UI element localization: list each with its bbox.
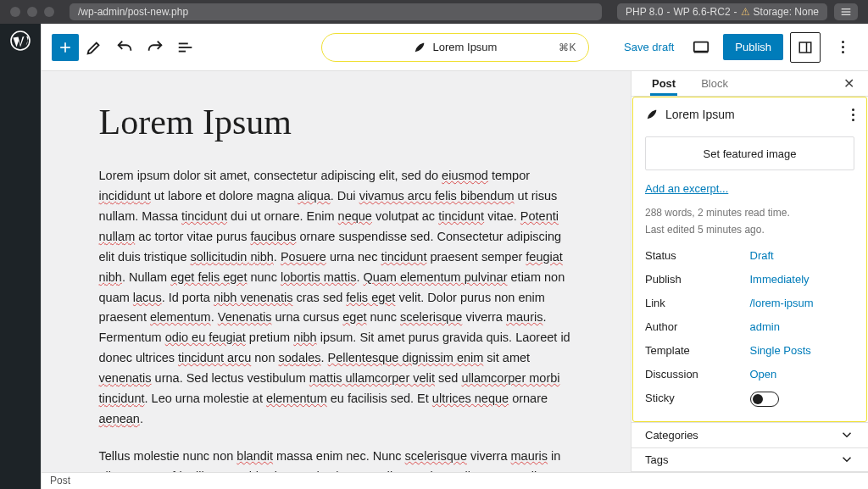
wp-admin-sidebar bbox=[0, 24, 41, 489]
last-edited-text: Last edited 5 minutes ago. bbox=[645, 222, 854, 237]
link-value[interactable]: /lorem-ipsum bbox=[750, 297, 855, 309]
editor-toolbar: Lorem Ipsum ⌘K Save draft Publish bbox=[42, 24, 868, 71]
sticky-toggle[interactable] bbox=[750, 392, 855, 409]
sticky-label: Sticky bbox=[645, 392, 750, 409]
editor-canvas[interactable]: Lorem Ipsum Lorem ipsum dolor sit amet, … bbox=[42, 71, 631, 472]
post-paragraph[interactable]: Tellus molestie nunc non blandit massa e… bbox=[99, 447, 574, 472]
document-title-text: Lorem Ipsum bbox=[433, 41, 498, 53]
close-sidebar-icon[interactable]: ✕ bbox=[843, 75, 854, 92]
redo-icon[interactable] bbox=[140, 32, 170, 63]
svg-rect-11 bbox=[799, 42, 811, 53]
template-value[interactable]: Single Posts bbox=[750, 344, 855, 357]
svg-point-3 bbox=[11, 31, 30, 50]
discussion-value[interactable]: Open bbox=[750, 368, 855, 381]
summary-more-button[interactable] bbox=[852, 108, 854, 121]
insert-block-button[interactable] bbox=[52, 34, 79, 61]
minimize-window-icon[interactable] bbox=[27, 7, 37, 17]
browser-menu-button[interactable] bbox=[834, 3, 858, 20]
status-label: Status bbox=[645, 249, 750, 262]
status-value[interactable]: Draft bbox=[750, 249, 855, 262]
chevron-down-icon bbox=[839, 452, 854, 467]
template-label: Template bbox=[645, 344, 750, 357]
summary-title: Lorem Ipsum bbox=[665, 108, 735, 121]
settings-sidebar: Post Block ✕ Lorem Ipsum Set featur bbox=[631, 71, 868, 472]
author-label: Author bbox=[645, 320, 750, 333]
edit-tool-icon[interactable] bbox=[79, 32, 109, 63]
feather-icon bbox=[645, 108, 659, 121]
post-meta-table: Status Draft Publish Immediately Link /l… bbox=[645, 249, 854, 409]
stats-text: 288 words, 2 minutes read time. bbox=[645, 205, 854, 220]
post-summary-card: Lorem Ipsum Set featured image Add an ex… bbox=[632, 97, 867, 422]
accordion-tags[interactable]: Tags bbox=[632, 447, 868, 473]
link-label: Link bbox=[645, 297, 750, 309]
settings-sidebar-toggle[interactable] bbox=[790, 32, 821, 63]
accordion-label: Categories bbox=[645, 429, 698, 442]
chevron-down-icon bbox=[839, 427, 854, 442]
shortcut-hint: ⌘K bbox=[559, 42, 576, 53]
accordion-label: Tags bbox=[645, 453, 668, 466]
traffic-lights bbox=[10, 7, 54, 17]
set-featured-image-button[interactable]: Set featured image bbox=[645, 136, 854, 170]
svg-rect-9 bbox=[694, 42, 709, 51]
storage-info: Storage: None bbox=[754, 6, 819, 18]
document-overview-icon[interactable] bbox=[170, 32, 201, 63]
document-title-pill[interactable]: Lorem Ipsum ⌘K bbox=[321, 33, 589, 62]
post-title[interactable]: Lorem Ipsum bbox=[99, 102, 574, 142]
maximize-window-icon[interactable] bbox=[44, 7, 54, 17]
publish-label: Publish bbox=[645, 273, 750, 286]
tab-post[interactable]: Post bbox=[645, 71, 682, 96]
close-window-icon[interactable] bbox=[10, 7, 20, 17]
breadcrumb-item[interactable]: Post bbox=[50, 475, 70, 486]
window-chrome: /wp-admin/post-new.php PHP 8.0 - WP 6.6-… bbox=[0, 0, 868, 24]
php-version: PHP 8.0 bbox=[626, 6, 663, 18]
add-excerpt-link[interactable]: Add an excerpt... bbox=[645, 182, 854, 195]
view-preview-icon[interactable] bbox=[686, 32, 716, 63]
env-info-bar: PHP 8.0 - WP 6.6-RC2 - ⚠ Storage: None bbox=[617, 3, 827, 20]
block-breadcrumb: Post bbox=[42, 472, 868, 489]
discussion-label: Discussion bbox=[645, 368, 750, 381]
wp-version: WP 6.6-RC2 bbox=[673, 6, 730, 18]
publish-button[interactable]: Publish bbox=[723, 34, 783, 60]
warning-icon: ⚠ bbox=[741, 6, 750, 18]
more-options-button[interactable] bbox=[827, 32, 858, 63]
wordpress-logo-icon[interactable] bbox=[10, 31, 31, 51]
address-text: /wp-admin/post-new.php bbox=[78, 6, 188, 18]
post-paragraph[interactable]: Lorem ipsum dolor sit amet, consectetur … bbox=[99, 166, 574, 430]
tab-block[interactable]: Block bbox=[694, 71, 735, 96]
save-draft-button[interactable]: Save draft bbox=[619, 41, 679, 53]
address-bar[interactable]: /wp-admin/post-new.php bbox=[70, 3, 602, 20]
undo-icon[interactable] bbox=[109, 32, 140, 63]
feather-icon bbox=[413, 41, 426, 54]
accordion-categories[interactable]: Categories bbox=[632, 422, 868, 447]
publish-value[interactable]: Immediately bbox=[750, 273, 855, 286]
sidebar-tabs: Post Block ✕ bbox=[632, 71, 868, 97]
author-value[interactable]: admin bbox=[750, 320, 855, 333]
